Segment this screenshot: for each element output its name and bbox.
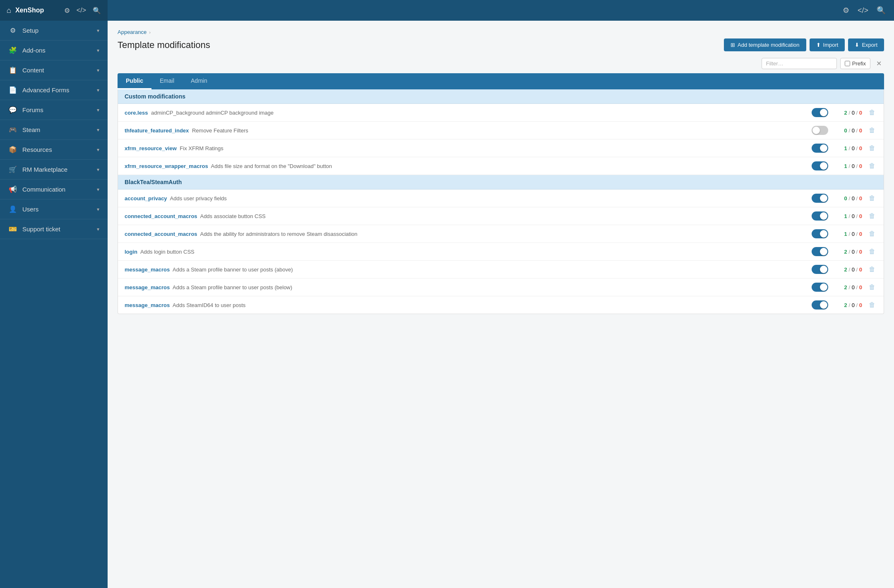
sidebar-item-support-ticket[interactable]: 🎫 Support ticket ▾	[0, 219, 108, 239]
mod-desc: Adds SteamID64 to user posts	[171, 302, 245, 308]
count-badge: 1 / 0 / 0	[833, 163, 862, 169]
mod-name[interactable]: connected_account_macros	[125, 213, 197, 219]
toggle-switch[interactable]	[812, 108, 828, 117]
toggle-knob	[820, 144, 827, 152]
toggle-switch[interactable]	[812, 211, 828, 221]
sidebar-item-rm-marketplace[interactable]: 🛒 RM Marketplace ▾	[0, 160, 108, 180]
search-icon[interactable]: 🔍	[93, 7, 101, 14]
toggle-knob	[820, 266, 827, 273]
sidebar-item-content[interactable]: 📋 Content ▾	[0, 60, 108, 80]
top-bar-icons: ⚙ </> 🔍	[64, 7, 101, 14]
sidebar-chevron-communication: ▾	[97, 187, 99, 192]
sidebar-item-setup[interactable]: ⚙ Setup ▾	[0, 21, 108, 41]
toggle-switch[interactable]	[812, 283, 828, 292]
sidebar-label-resources: Resources	[22, 146, 52, 153]
mod-desc: Adds a Steam profile banner to user post…	[171, 284, 292, 290]
count-badge: 1 / 0 / 0	[833, 145, 862, 151]
toggle-switch[interactable]	[812, 300, 828, 310]
mod-name[interactable]: xfrm_resource_view	[125, 145, 177, 151]
sidebar-icon-forums: 💬	[8, 106, 17, 114]
toggle-switch[interactable]	[812, 194, 828, 203]
filter-clear-button[interactable]: ✕	[874, 59, 884, 68]
top-bar: ⌂ XenShop ⚙ </> 🔍	[0, 0, 108, 21]
plus-icon: ⊞	[731, 42, 735, 48]
mod-name[interactable]: message_macros	[125, 284, 170, 290]
sidebar-label-users: Users	[22, 206, 38, 213]
delete-button[interactable]: 🗑	[867, 283, 877, 292]
toggle-knob	[820, 301, 827, 309]
count-badge: 1 / 0 / 0	[833, 231, 862, 237]
toggle-knob	[820, 283, 827, 291]
mod-name[interactable]: message_macros	[125, 266, 170, 273]
add-template-button[interactable]: ⊞ Add template modification	[724, 38, 806, 51]
sidebar-chevron-content: ▾	[97, 67, 99, 73]
sidebar-icon-addons: 🧩	[8, 46, 17, 54]
mod-table: Custom modificationscore.less adminCP_ba…	[118, 89, 884, 314]
sidebar-item-communication[interactable]: 📢 Communication ▾	[0, 180, 108, 199]
sidebar-item-advanced-forms[interactable]: 📄 Advanced Forms ▾	[0, 80, 108, 100]
toggle-switch[interactable]	[812, 229, 828, 238]
toggle-switch[interactable]	[812, 161, 828, 170]
sidebar-item-steam[interactable]: 🎮 Steam ▾	[0, 120, 108, 140]
code-icon[interactable]: </>	[77, 7, 86, 14]
delete-button[interactable]: 🗑	[867, 300, 877, 310]
import-button[interactable]: ⬆ Import	[810, 38, 845, 51]
settings-icon[interactable]: ⚙	[64, 7, 70, 14]
toggle-switch[interactable]	[812, 265, 828, 274]
breadcrumb-appearance[interactable]: Appearance	[118, 29, 147, 35]
delete-button[interactable]: 🗑	[867, 229, 877, 238]
sidebar-icon-rm-marketplace: 🛒	[8, 166, 17, 173]
delete-button[interactable]: 🗑	[867, 108, 877, 117]
filter-input[interactable]	[766, 60, 832, 67]
toggle-knob	[812, 127, 820, 134]
prefix-checkbox[interactable]	[845, 61, 850, 66]
toggle-switch[interactable]	[812, 247, 828, 256]
breadcrumb-separator: ›	[149, 30, 151, 35]
mod-name[interactable]: xfrm_resource_wrapper_macros	[125, 163, 208, 169]
sidebar-chevron-users: ▾	[97, 206, 99, 212]
mod-desc: Adds file size and format on the "Downlo…	[210, 163, 332, 169]
mod-name[interactable]: core.less	[125, 110, 148, 116]
sidebar-icon-support-ticket: 🎫	[8, 225, 17, 233]
mod-name[interactable]: thfeature_featured_index	[125, 127, 189, 134]
code-icon[interactable]: </>	[858, 6, 868, 15]
delete-button[interactable]: 🗑	[867, 126, 877, 135]
tab-public[interactable]: Public	[118, 73, 151, 89]
filter-input-wrap	[762, 58, 837, 69]
mod-name[interactable]: login	[125, 249, 137, 255]
mod-name[interactable]: connected_account_macros	[125, 231, 197, 237]
sidebar-label-addons: Add-ons	[22, 47, 46, 54]
toggle-switch[interactable]	[812, 126, 828, 135]
toggle-switch[interactable]	[812, 144, 828, 153]
sidebar-chevron-setup: ▾	[97, 28, 99, 34]
home-icon[interactable]: ⌂	[7, 6, 11, 15]
tab-admin[interactable]: Admin	[183, 73, 216, 89]
delete-button[interactable]: 🗑	[867, 144, 877, 153]
sidebar-item-addons[interactable]: 🧩 Add-ons ▾	[0, 41, 108, 60]
sidebar-icon-advanced-forms: 📄	[8, 86, 17, 94]
export-button[interactable]: ⬇ Export	[848, 38, 884, 51]
sidebar-label-forums: Forums	[22, 106, 43, 113]
mod-name[interactable]: account_privacy	[125, 195, 167, 202]
sidebar-item-resources[interactable]: 📦 Resources ▾	[0, 140, 108, 160]
delete-button[interactable]: 🗑	[867, 265, 877, 274]
title-buttons: ⊞ Add template modification ⬆ Import ⬇ E…	[724, 38, 884, 51]
search-icon[interactable]: 🔍	[877, 6, 886, 15]
delete-button[interactable]: 🗑	[867, 247, 877, 256]
mod-name[interactable]: message_macros	[125, 302, 170, 308]
sidebar-icon-setup: ⚙	[8, 26, 17, 34]
sidebar-nav: ⚙ Setup ▾ 🧩 Add-ons ▾ 📋 Content ▾ 📄 Adva…	[0, 21, 108, 239]
table-row: connected_account_macros Adds associate …	[118, 207, 884, 225]
sidebar-chevron-resources: ▾	[97, 147, 99, 153]
tab-email[interactable]: Email	[151, 73, 183, 89]
delete-button[interactable]: 🗑	[867, 211, 877, 221]
gear-icon[interactable]: ⚙	[843, 6, 849, 15]
sidebar-item-users[interactable]: 👤 Users ▾	[0, 199, 108, 219]
count-badge: 1 / 0 / 0	[833, 213, 862, 219]
sidebar-item-forums[interactable]: 💬 Forums ▾	[0, 100, 108, 120]
count-badge: 2 / 0 / 0	[833, 110, 862, 116]
delete-button[interactable]: 🗑	[867, 194, 877, 203]
table-row: account_privacy Adds user privacy fields…	[118, 190, 884, 207]
sidebar-label-content: Content	[22, 67, 44, 74]
delete-button[interactable]: 🗑	[867, 161, 877, 170]
